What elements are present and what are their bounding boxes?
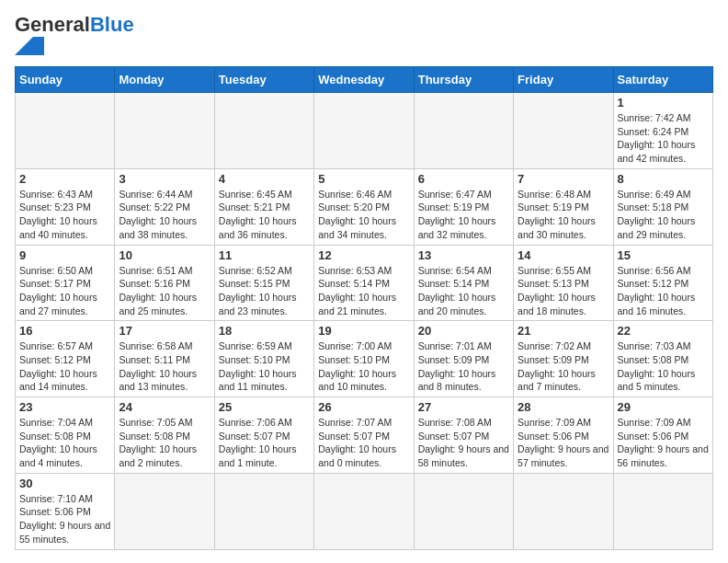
calendar-cell: 18Sunrise: 6:59 AM Sunset: 5:10 PM Dayli… — [214, 321, 313, 397]
day-info: Sunrise: 7:03 AM Sunset: 5:08 PM Dayligh… — [618, 339, 709, 394]
day-number: 13 — [418, 248, 509, 262]
calendar-cell: 21Sunrise: 7:02 AM Sunset: 5:09 PM Dayli… — [514, 321, 613, 397]
day-number: 21 — [518, 324, 609, 338]
day-info: Sunrise: 6:54 AM Sunset: 5:14 PM Dayligh… — [418, 264, 509, 318]
logo: GeneralBlue — [15, 15, 134, 55]
calendar-cell: 1Sunrise: 7:42 AM Sunset: 6:24 PM Daylig… — [613, 93, 712, 169]
calendar-row: 1Sunrise: 7:42 AM Sunset: 6:24 PM Daylig… — [16, 93, 713, 169]
day-info: Sunrise: 6:57 AM Sunset: 5:12 PM Dayligh… — [19, 339, 110, 394]
day-number: 27 — [418, 400, 509, 414]
calendar-cell: 6Sunrise: 6:47 AM Sunset: 5:19 PM Daylig… — [414, 168, 513, 245]
svg-rect-1 — [33, 37, 44, 55]
day-number: 15 — [618, 248, 709, 262]
calendar-cell: 25Sunrise: 7:06 AM Sunset: 5:07 PM Dayli… — [214, 397, 313, 474]
day-info: Sunrise: 6:43 AM Sunset: 5:23 PM Dayligh… — [19, 188, 110, 242]
day-number: 20 — [418, 324, 509, 338]
day-number: 29 — [618, 400, 709, 414]
calendar-cell — [115, 93, 214, 169]
day-info: Sunrise: 6:56 AM Sunset: 5:12 PM Dayligh… — [618, 264, 709, 318]
day-info: Sunrise: 7:09 AM Sunset: 5:06 PM Dayligh… — [518, 416, 609, 470]
calendar-cell: 12Sunrise: 6:53 AM Sunset: 5:14 PM Dayli… — [314, 245, 414, 321]
day-number: 1 — [618, 96, 709, 109]
calendar-cell — [514, 93, 613, 169]
day-number: 2 — [19, 172, 110, 186]
calendar-cell: 9Sunrise: 6:50 AM Sunset: 5:17 PM Daylig… — [16, 245, 115, 321]
calendar-cell: 14Sunrise: 6:55 AM Sunset: 5:13 PM Dayli… — [514, 245, 613, 321]
day-number: 22 — [618, 324, 709, 338]
day-number: 11 — [219, 248, 310, 262]
day-info: Sunrise: 6:50 AM Sunset: 5:17 PM Dayligh… — [19, 264, 110, 318]
calendar-cell — [414, 93, 513, 169]
weekday-header: Sunday — [16, 67, 115, 93]
calendar-row: 9Sunrise: 6:50 AM Sunset: 5:17 PM Daylig… — [16, 245, 713, 321]
day-info: Sunrise: 7:01 AM Sunset: 5:09 PM Dayligh… — [418, 339, 509, 394]
calendar-cell: 26Sunrise: 7:07 AM Sunset: 5:07 PM Dayli… — [314, 397, 414, 474]
calendar-row: 23Sunrise: 7:04 AM Sunset: 5:08 PM Dayli… — [16, 397, 713, 474]
day-info: Sunrise: 6:46 AM Sunset: 5:20 PM Dayligh… — [318, 188, 409, 242]
day-info: Sunrise: 7:02 AM Sunset: 5:09 PM Dayligh… — [518, 339, 609, 394]
logo-text: GeneralBlue — [15, 15, 134, 35]
day-info: Sunrise: 7:42 AM Sunset: 6:24 PM Dayligh… — [618, 111, 709, 166]
day-number: 12 — [318, 248, 409, 262]
day-number: 14 — [518, 248, 609, 262]
calendar-cell: 29Sunrise: 7:09 AM Sunset: 5:06 PM Dayli… — [613, 397, 712, 474]
day-info: Sunrise: 7:07 AM Sunset: 5:07 PM Dayligh… — [318, 416, 409, 470]
calendar-cell: 11Sunrise: 6:52 AM Sunset: 5:15 PM Dayli… — [214, 245, 313, 321]
day-info: Sunrise: 6:48 AM Sunset: 5:19 PM Dayligh… — [518, 188, 609, 242]
calendar-cell: 28Sunrise: 7:09 AM Sunset: 5:06 PM Dayli… — [514, 397, 613, 474]
day-info: Sunrise: 7:04 AM Sunset: 5:08 PM Dayligh… — [19, 416, 110, 470]
weekday-header: Wednesday — [314, 67, 414, 93]
calendar-cell — [613, 473, 712, 549]
calendar-cell: 23Sunrise: 7:04 AM Sunset: 5:08 PM Dayli… — [16, 397, 115, 474]
day-info: Sunrise: 6:51 AM Sunset: 5:16 PM Dayligh… — [119, 264, 210, 318]
day-info: Sunrise: 7:00 AM Sunset: 5:10 PM Dayligh… — [318, 339, 409, 394]
weekday-header: Thursday — [414, 67, 513, 93]
calendar-cell: 5Sunrise: 6:46 AM Sunset: 5:20 PM Daylig… — [314, 168, 414, 245]
day-number: 8 — [618, 172, 709, 186]
day-info: Sunrise: 6:45 AM Sunset: 5:21 PM Dayligh… — [219, 188, 310, 242]
calendar-cell: 22Sunrise: 7:03 AM Sunset: 5:08 PM Dayli… — [613, 321, 712, 397]
day-info: Sunrise: 7:06 AM Sunset: 5:07 PM Dayligh… — [219, 416, 310, 470]
calendar-cell: 20Sunrise: 7:01 AM Sunset: 5:09 PM Dayli… — [414, 321, 513, 397]
day-number: 23 — [19, 400, 110, 414]
calendar-cell — [16, 93, 115, 169]
day-number: 25 — [219, 400, 310, 414]
calendar-cell: 19Sunrise: 7:00 AM Sunset: 5:10 PM Dayli… — [314, 321, 414, 397]
calendar-cell: 17Sunrise: 6:58 AM Sunset: 5:11 PM Dayli… — [115, 321, 214, 397]
day-info: Sunrise: 6:58 AM Sunset: 5:11 PM Dayligh… — [119, 339, 210, 394]
calendar-cell: 30Sunrise: 7:10 AM Sunset: 5:06 PM Dayli… — [16, 473, 115, 549]
weekday-header: Tuesday — [214, 67, 313, 93]
calendar-cell: 4Sunrise: 6:45 AM Sunset: 5:21 PM Daylig… — [214, 168, 313, 245]
calendar-cell — [214, 473, 313, 549]
calendar-row: 16Sunrise: 6:57 AM Sunset: 5:12 PM Dayli… — [16, 321, 713, 397]
calendar-row: 30Sunrise: 7:10 AM Sunset: 5:06 PM Dayli… — [16, 473, 713, 549]
calendar-cell: 15Sunrise: 6:56 AM Sunset: 5:12 PM Dayli… — [613, 245, 712, 321]
weekday-header: Friday — [514, 67, 613, 93]
day-number: 28 — [518, 400, 609, 414]
day-number: 18 — [219, 324, 310, 338]
day-info: Sunrise: 7:05 AM Sunset: 5:08 PM Dayligh… — [119, 416, 210, 470]
weekday-header-row: SundayMondayTuesdayWednesdayThursdayFrid… — [16, 67, 713, 93]
day-number: 19 — [318, 324, 409, 338]
day-number: 7 — [518, 172, 609, 186]
calendar-cell: 8Sunrise: 6:49 AM Sunset: 5:18 PM Daylig… — [613, 168, 712, 245]
weekday-header: Saturday — [613, 67, 712, 93]
day-info: Sunrise: 7:09 AM Sunset: 5:06 PM Dayligh… — [618, 416, 709, 470]
calendar-cell: 7Sunrise: 6:48 AM Sunset: 5:19 PM Daylig… — [514, 168, 613, 245]
calendar-table: SundayMondayTuesdayWednesdayThursdayFrid… — [15, 66, 713, 550]
header-area: GeneralBlue — [15, 15, 713, 55]
calendar-cell: 24Sunrise: 7:05 AM Sunset: 5:08 PM Dayli… — [115, 397, 214, 474]
logo-icon — [15, 37, 70, 55]
day-number: 9 — [19, 248, 110, 262]
day-number: 3 — [119, 172, 210, 186]
day-number: 30 — [19, 477, 110, 490]
day-info: Sunrise: 6:44 AM Sunset: 5:22 PM Dayligh… — [119, 188, 210, 242]
day-number: 5 — [318, 172, 409, 186]
day-info: Sunrise: 7:10 AM Sunset: 5:06 PM Dayligh… — [19, 492, 110, 546]
calendar-cell: 3Sunrise: 6:44 AM Sunset: 5:22 PM Daylig… — [115, 168, 214, 245]
day-number: 10 — [119, 248, 210, 262]
day-info: Sunrise: 6:47 AM Sunset: 5:19 PM Dayligh… — [418, 188, 509, 242]
calendar-cell — [214, 93, 313, 169]
calendar-cell — [314, 93, 414, 169]
day-number: 17 — [119, 324, 210, 338]
